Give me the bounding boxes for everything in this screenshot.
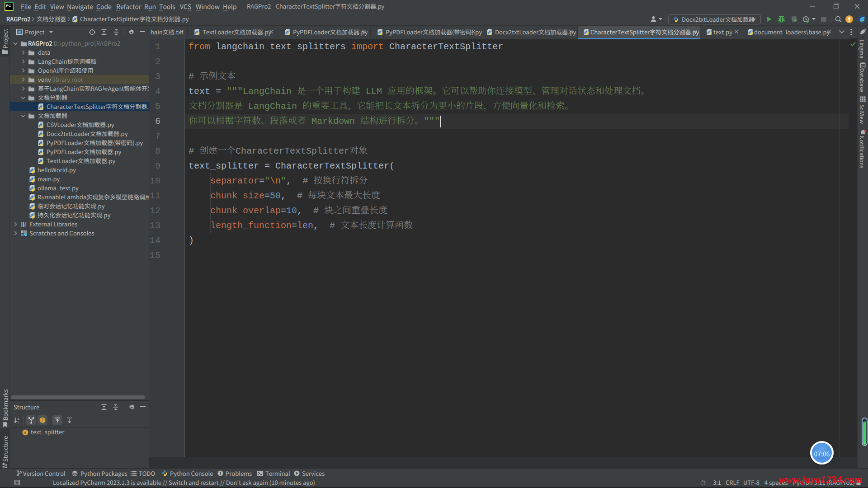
svg-text:v: v — [24, 430, 26, 435]
svg-text:z: z — [18, 420, 19, 424]
svg-text:PC: PC — [6, 4, 11, 8]
